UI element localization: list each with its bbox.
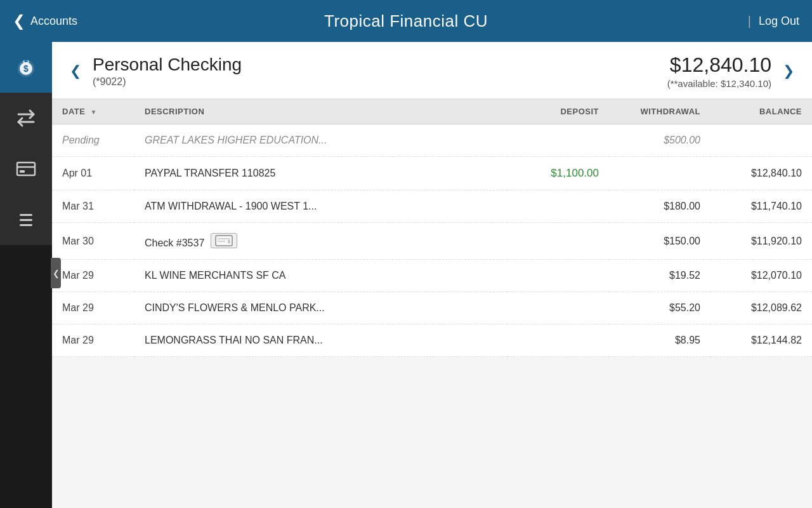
transfer-icon bbox=[15, 107, 37, 130]
cell-balance: $12,089.62 bbox=[710, 292, 812, 324]
cell-date: Mar 31 bbox=[52, 190, 134, 223]
sidebar-nav: $ bbox=[0, 42, 52, 245]
sidebar-collapse-tab[interactable]: ❮ bbox=[51, 258, 61, 288]
cell-date: Mar 29 bbox=[52, 292, 134, 324]
cell-balance: $12,070.10 bbox=[710, 260, 812, 292]
app-title: Tropical Financial CU bbox=[324, 11, 488, 31]
transactions-table: DATE ▼ DESCRIPTION DEPOSIT WITHDRAWAL bbox=[52, 99, 812, 357]
main-wrapper: $ bbox=[0, 42, 812, 508]
table-row[interactable]: Mar 29CINDY'S FLOWERS & MENLO PARK...$55… bbox=[52, 292, 812, 324]
cell-description: LEMONGRASS THAI NO SAN FRAN... bbox=[134, 324, 508, 357]
column-header-deposit: DEPOSIT bbox=[508, 99, 609, 124]
more-icon bbox=[15, 208, 37, 231]
cell-deposit bbox=[508, 124, 609, 157]
table-row[interactable]: Mar 29LEMONGRASS THAI NO SAN FRAN...$8.9… bbox=[52, 324, 812, 357]
column-header-date[interactable]: DATE ▼ bbox=[52, 99, 134, 124]
cell-deposit: $1,100.00 bbox=[508, 157, 609, 190]
table-row[interactable]: Mar 31ATM WITHDRAWAL - 1900 WEST 1...$18… bbox=[52, 190, 812, 223]
svg-rect-10 bbox=[20, 224, 32, 226]
account-header: ❮ Personal Checking (*9022) $12,840.10 (… bbox=[52, 42, 812, 99]
cell-deposit bbox=[508, 190, 609, 223]
cell-date: Pending bbox=[52, 124, 134, 157]
sidebar-item-transfer[interactable] bbox=[0, 93, 52, 144]
column-header-balance: BALANCE bbox=[710, 99, 812, 124]
svg-rect-5 bbox=[17, 163, 35, 175]
transactions-table-wrapper: DATE ▼ DESCRIPTION DEPOSIT WITHDRAWAL bbox=[52, 99, 812, 508]
cell-withdrawal: $8.95 bbox=[609, 324, 710, 357]
check-image-icon[interactable]: $ bbox=[211, 233, 237, 248]
cell-deposit bbox=[508, 292, 609, 324]
cell-withdrawal: $500.00 bbox=[609, 124, 710, 157]
check-svg: $ bbox=[215, 235, 233, 246]
cell-description: CINDY'S FLOWERS & MENLO PARK... bbox=[134, 292, 508, 324]
account-name: Personal Checking bbox=[93, 55, 667, 75]
svg-rect-7 bbox=[20, 170, 25, 173]
cell-withdrawal: $55.20 bbox=[609, 292, 710, 324]
cell-balance: $12,144.82 bbox=[710, 324, 812, 357]
cell-description: KL WINE MERCHANTS SF CA bbox=[134, 260, 508, 292]
accounts-label: Accounts bbox=[30, 15, 77, 28]
top-bar-right: | Log Out bbox=[748, 14, 799, 29]
cell-withdrawal bbox=[609, 157, 710, 190]
table-row[interactable]: Apr 01PAYPAL TRANSFER 110825$1,100.00$12… bbox=[52, 157, 812, 190]
cell-description: ATM WITHDRAWAL - 1900 WEST 1... bbox=[134, 190, 508, 223]
svg-text:$: $ bbox=[228, 239, 230, 244]
svg-rect-4 bbox=[24, 60, 28, 62]
cell-description: PAYPAL TRANSFER 110825 bbox=[134, 157, 508, 190]
cell-deposit bbox=[508, 324, 609, 357]
cell-deposit bbox=[508, 223, 609, 260]
account-available: (**available: $12,340.10) bbox=[667, 78, 771, 89]
account-balance: $12,840.10 bbox=[667, 53, 771, 77]
table-row[interactable]: Mar 29KL WINE MERCHANTS SF CA$19.52$12,0… bbox=[52, 260, 812, 292]
cell-withdrawal: $19.52 bbox=[609, 260, 710, 292]
column-header-withdrawal: WITHDRAWAL bbox=[609, 99, 710, 124]
sidebar-item-more[interactable] bbox=[0, 194, 52, 245]
money-bag-icon: $ bbox=[15, 56, 37, 79]
cell-date: Mar 29 bbox=[52, 260, 134, 292]
account-prev-button[interactable]: ❮ bbox=[65, 62, 86, 81]
cell-balance: $12,840.10 bbox=[710, 157, 812, 190]
cell-withdrawal: $150.00 bbox=[609, 223, 710, 260]
cell-balance: $11,740.10 bbox=[710, 190, 812, 223]
sidebar-item-pay[interactable] bbox=[0, 144, 52, 194]
column-header-description: DESCRIPTION bbox=[134, 99, 508, 124]
svg-rect-9 bbox=[20, 219, 32, 221]
cell-date: Mar 29 bbox=[52, 324, 134, 357]
account-number: (*9022) bbox=[93, 76, 667, 88]
sidebar-item-accounts[interactable]: $ bbox=[0, 42, 52, 93]
account-next-button[interactable]: ❯ bbox=[778, 62, 799, 81]
table-row[interactable]: Mar 30Check #3537 $ $150.00$11,920.10 bbox=[52, 223, 812, 260]
cell-date: Mar 30 bbox=[52, 223, 134, 260]
cell-balance: $11,920.10 bbox=[710, 223, 812, 260]
chevron-left-icon: ❮ bbox=[13, 12, 25, 30]
logout-button[interactable]: Log Out bbox=[759, 15, 799, 28]
account-info: Personal Checking (*9022) bbox=[86, 55, 667, 88]
pay-icon bbox=[15, 157, 37, 180]
top-bar: ❮ Accounts Tropical Financial CU | Log O… bbox=[0, 0, 812, 42]
svg-text:$: $ bbox=[23, 64, 29, 74]
cell-date: Apr 01 bbox=[52, 157, 134, 190]
cell-description: Check #3537 $ bbox=[134, 223, 508, 260]
cell-withdrawal: $180.00 bbox=[609, 190, 710, 223]
sort-arrow-icon: ▼ bbox=[91, 109, 97, 116]
accounts-back-button[interactable]: ❮ Accounts bbox=[13, 12, 77, 30]
account-balance-area: $12,840.10 (**available: $12,340.10) bbox=[667, 53, 778, 89]
transactions-body: PendingGREAT LAKES HIGHER EDUCATION...$5… bbox=[52, 124, 812, 357]
cell-description: GREAT LAKES HIGHER EDUCATION... bbox=[134, 124, 508, 157]
table-header-row: DATE ▼ DESCRIPTION DEPOSIT WITHDRAWAL bbox=[52, 99, 812, 124]
cell-balance bbox=[710, 124, 812, 157]
content-area: ❮ Personal Checking (*9022) $12,840.10 (… bbox=[52, 42, 812, 508]
divider: | bbox=[748, 14, 751, 29]
table-row[interactable]: PendingGREAT LAKES HIGHER EDUCATION...$5… bbox=[52, 124, 812, 157]
sidebar: $ bbox=[0, 42, 52, 508]
cell-deposit bbox=[508, 260, 609, 292]
svg-rect-8 bbox=[20, 214, 32, 216]
